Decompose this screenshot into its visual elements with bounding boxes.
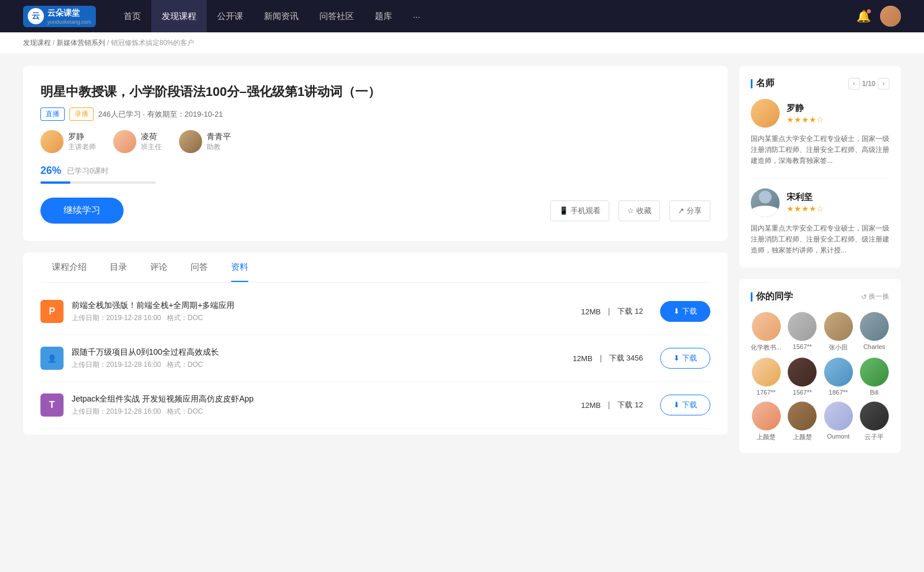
tab-review[interactable]: 评论	[139, 252, 179, 282]
mobile-label: 手机观看	[571, 206, 601, 216]
classmates-card: 你的同学 ↺ 换一换 化学教书... 1567**	[739, 279, 901, 453]
breadcrumb-series[interactable]: 新媒体营销系列	[57, 39, 105, 47]
resource-meta-2: 上传日期：2019-12-28 16:00 格式：DOC	[72, 407, 564, 417]
tag-live: 直播	[40, 107, 65, 121]
sidebar-teacher-stars-0: ★★★★☆	[787, 115, 824, 124]
classmate-avatar-0	[752, 312, 781, 341]
next-teacher-btn[interactable]: ›	[878, 78, 889, 90]
nav-item-quiz[interactable]: 题库	[364, 0, 403, 32]
collect-button[interactable]: ☆ 收藏	[619, 200, 660, 221]
classmate-0[interactable]: 化学教书...	[751, 312, 781, 352]
teacher-avatar-1	[113, 130, 136, 153]
teachers-label: 名师	[756, 77, 774, 90]
nav-item-home[interactable]: 首页	[113, 0, 151, 32]
star-icon: ☆	[627, 206, 634, 215]
sidebar-teacher-desc-1: 国内某重点大学安全工程专业硕士，国家一级注册消防工程师、注册安全工程师、级注册建…	[751, 223, 889, 257]
sidebar-teacher-1: 宋利坚 ★★★★☆ 国内某重点大学安全工程专业硕士，国家一级注册消防工程师、注册…	[751, 188, 889, 257]
nav-item-more[interactable]: ···	[403, 0, 431, 32]
sidebar-teacher-avatar-0	[751, 99, 780, 128]
resource-icon-1: 👤	[40, 347, 64, 370]
classmate-name-5: 1567**	[787, 389, 817, 396]
classmate-name-4: 1767**	[751, 389, 781, 396]
nav-item-news[interactable]: 新闻资讯	[254, 0, 309, 32]
classmate-6[interactable]: 1867**	[823, 358, 853, 396]
download-btn-0[interactable]: ⬇ 下载	[660, 301, 710, 322]
classmate-avatar-5	[788, 358, 817, 387]
tab-qa[interactable]: 问答	[179, 252, 219, 282]
download-btn-2[interactable]: ⬇ 下载	[660, 395, 710, 415]
resource-icon-2: T	[40, 393, 64, 417]
progress-label: 26% 已学习0课时	[40, 165, 710, 177]
classmate-7[interactable]: Bill	[859, 358, 889, 396]
classmate-9[interactable]: 上颜楚	[787, 402, 817, 441]
classmate-4[interactable]: 1767**	[751, 358, 781, 396]
course-meta: 246人已学习 · 有效期至：2019-10-21	[98, 109, 223, 120]
logo-sub: yunduoketang.com	[47, 19, 91, 25]
classmate-11[interactable]: 云子平	[859, 402, 889, 441]
classmate-name-1: 1567**	[787, 343, 817, 350]
classmate-avatar-4	[752, 358, 781, 387]
bell-icon[interactable]: 🔔	[856, 9, 871, 23]
resource-name-0: 前端全栈加强版！前端全栈+全周期+多端应用	[72, 300, 564, 311]
teacher-avatar-2	[179, 130, 202, 153]
tab-resource[interactable]: 资料	[219, 252, 260, 282]
classmate-1[interactable]: 1567**	[787, 312, 817, 352]
collect-label: 收藏	[636, 206, 651, 216]
classmate-10[interactable]: Oumont	[823, 402, 853, 441]
tab-catalog[interactable]: 目录	[98, 252, 139, 282]
logo-text: 云朵课堂	[47, 8, 91, 18]
download-btn-1[interactable]: ⬇ 下载	[660, 348, 710, 369]
main-layout: 明星中教授课，小学阶段语法100分–强化级第1讲动词（一） 直播 录播 246人…	[0, 54, 924, 476]
share-button[interactable]: ↗ 分享	[669, 200, 710, 221]
resource-icon-0: P	[40, 300, 64, 323]
classmate-name-0: 化学教书...	[751, 343, 781, 352]
sidebar-teacher-avatar-1	[751, 188, 780, 217]
share-label: 分享	[687, 206, 702, 216]
teachers-pagination: ‹ 1/10 ›	[848, 78, 889, 90]
continue-button[interactable]: 继续学习	[40, 198, 124, 224]
classmate-3[interactable]: Charles	[859, 312, 889, 352]
teachers-row: 罗静 主讲老师 凌荷 班主任 青青平 助教	[40, 130, 710, 153]
resource-info-2: Jetpack全组件实战 开发短视频应用高仿皮皮虾App 上传日期：2019-1…	[72, 394, 564, 417]
classmate-5[interactable]: 1567**	[787, 358, 817, 396]
classmate-avatar-8	[752, 402, 781, 430]
resource-stats-0: 12MB ｜ 下载 12	[581, 306, 643, 317]
sidebar-teacher-desc-0: 国内某重点大学安全工程专业硕士，国家一级注册消防工程师、注册安全工程师、高级注册…	[751, 133, 889, 167]
resource-list: P 前端全栈加强版！前端全栈+全周期+多端应用 上传日期：2019-12-28 …	[40, 283, 710, 434]
classmate-name-3: Charles	[859, 343, 889, 350]
tab-intro[interactable]: 课程介绍	[40, 252, 98, 282]
resource-name-1: 跟随千万级项目从0到100全过程高效成长	[72, 347, 556, 358]
classmates-grid: 化学教书... 1567** 张小田 Charles 1767**	[751, 312, 889, 441]
nav-item-opencourse[interactable]: 公开课	[207, 0, 254, 32]
left-content: 明星中教授课，小学阶段语法100分–强化级第1讲动词（一） 直播 录播 246人…	[23, 66, 728, 465]
progress-studied: 已学习0课时	[67, 166, 109, 176]
user-avatar[interactable]	[880, 6, 901, 27]
resource-stats-2: 12MB ｜ 下载 12	[581, 400, 643, 410]
teacher-role-0: 主讲老师	[68, 142, 96, 152]
teacher-role-2: 助教	[207, 142, 231, 152]
course-header-card: 明星中教授课，小学阶段语法100分–强化级第1讲动词（一） 直播 录播 246人…	[23, 66, 728, 241]
mobile-watch-button[interactable]: 📱 手机观看	[550, 200, 609, 221]
course-title: 明星中教授课，小学阶段语法100分–强化级第1讲动词（一）	[40, 83, 710, 101]
sidebar-teacher-0: 罗静 ★★★★☆ 国内某重点大学安全工程专业硕士，国家一级注册消防工程师、注册安…	[751, 99, 889, 167]
refresh-label: 换一换	[869, 292, 889, 302]
sidebar-teacher-detail-1: 宋利坚 ★★★★☆	[787, 192, 824, 213]
mobile-icon: 📱	[559, 206, 568, 215]
nav-item-discover[interactable]: 发现课程	[151, 0, 207, 32]
resource-meta-0: 上传日期：2019-12-28 16:00 格式：DOC	[72, 313, 564, 323]
classmate-8[interactable]: 上颜楚	[751, 402, 781, 441]
refresh-classmates-btn[interactable]: ↺ 换一换	[861, 292, 889, 302]
sidebar-teacher-detail-0: 罗静 ★★★★☆	[787, 103, 824, 124]
resource-name-2: Jetpack全组件实战 开发短视频应用高仿皮皮虾App	[72, 394, 564, 404]
resource-meta-1: 上传日期：2019-12-28 16:00 格式：DOC	[72, 360, 556, 370]
classmate-avatar-1	[788, 312, 817, 341]
logo[interactable]: 云 云朵课堂 yunduoketang.com	[23, 6, 96, 27]
teacher-0: 罗静 主讲老师	[40, 130, 96, 153]
classmate-name-8: 上颜楚	[751, 433, 781, 441]
prev-teacher-btn[interactable]: ‹	[848, 78, 860, 90]
classmate-name-6: 1867**	[823, 389, 853, 396]
classmate-2[interactable]: 张小田	[823, 312, 853, 352]
nav-item-qa[interactable]: 问答社区	[309, 0, 364, 32]
breadcrumb-discover[interactable]: 发现课程	[23, 39, 51, 47]
sidebar-teacher-stars-1: ★★★★☆	[787, 204, 824, 213]
